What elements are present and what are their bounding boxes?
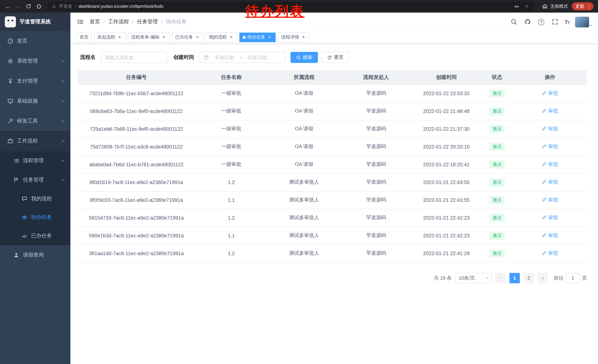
font-size-icon[interactable]: TT [565,19,569,25]
cell-action: 审批 [513,102,587,120]
tabs-bar: 首页 发起流程 × 流程表单-编辑 × 已办任务 × 我的流程 × [70,31,598,44]
avatar[interactable] [575,16,589,27]
reset-button[interactable]: 重置 [322,52,349,63]
start-date-input[interactable] [211,55,238,60]
refresh-icon[interactable] [24,1,33,11]
breadcrumb-current: 待办任务 [166,18,187,25]
close-icon[interactable]: × [229,35,234,40]
menu-label: 工作流程 [17,138,38,145]
sidebar-collapse-icon[interactable] [76,18,84,26]
cell-status: 激活 [481,209,513,226]
end-date-input[interactable] [244,55,271,60]
breadcrumb: 首页 / 工作流程 / 任务管理 / 待办任务 [90,18,187,25]
tab-form-edit[interactable]: 流程表单-编辑 × [128,32,170,42]
update-button[interactable]: 更新 ⋮ [572,2,594,10]
breadcrumb-task-management[interactable]: 任务管理 [137,18,158,25]
date-range-picker[interactable]: - [199,52,285,63]
infra-icon [8,98,13,104]
menu-label: 我的流程 [31,195,52,202]
reset-button-label: 重置 [334,54,343,61]
cell-action: 审批 [513,138,587,155]
approve-link[interactable]: 审批 [542,250,558,257]
menu-label: 首页 [17,38,27,44]
approve-label: 审批 [548,126,558,132]
tab-done-tasks[interactable]: 已办任务 × [172,32,203,42]
status-badge: 激活 [489,231,505,240]
close-icon[interactable]: × [267,35,272,40]
prev-page-button[interactable]: ‹ [495,273,506,283]
flag-icon [13,177,19,183]
close-icon[interactable]: × [117,35,122,40]
goto-page-input[interactable] [566,273,580,283]
home-icon[interactable] [34,1,44,11]
fullscreen-icon[interactable] [551,18,559,26]
double-check-icon [22,233,27,239]
sidebar-item-todo-tasks[interactable]: 待办任务 [0,208,70,226]
sidebar-item-devtools[interactable]: 研发工具 [0,111,70,131]
chevron-down-icon [61,79,65,83]
sidebar-item-my-process[interactable]: 我的流程 [0,190,70,208]
approve-link[interactable]: 审批 [542,179,558,186]
sidebar-item-system[interactable]: 系统管理 [0,51,70,71]
github-icon[interactable] [523,18,532,26]
sidebar-item-process-management[interactable]: 流程管理 [0,151,70,170]
sidebar-item-task-management[interactable]: 任务管理 [0,170,70,190]
breadcrumb-workflow[interactable]: 工作流程 [108,18,129,25]
process-name-input[interactable] [101,52,167,63]
close-icon[interactable]: × [195,35,200,40]
forward-icon[interactable]: → [13,1,23,11]
menu-label: 系统管理 [17,58,38,65]
task-table-body: 73211d9d-7b9b-11ec-b5b7-acde48001122 一级审… [78,84,587,262]
tab-home[interactable]: 首页 [76,32,92,42]
user-menu[interactable]: ▾ [575,16,592,27]
breadcrumb-home[interactable]: 首页 [90,18,100,25]
page-button-2[interactable]: 2 [523,273,534,283]
close-icon[interactable]: × [301,35,306,40]
cell-status: 激活 [481,173,513,191]
status-badge: 激活 [489,178,505,186]
chevron-up-icon [61,139,65,143]
approve-link[interactable]: 审批 [542,126,558,132]
search-icon[interactable] [510,18,518,26]
page-button-1[interactable]: 1 [509,273,520,283]
tab-todo-tasks[interactable]: 待办任务 × [239,32,276,42]
cell-process: OA 请假 [268,84,341,102]
bookmark-star-icon[interactable]: ☆ [523,3,531,10]
cell-created: 2022-01-21 22:42:23 [412,209,481,226]
cell-action: 审批 [513,155,587,173]
sidebar-item-home[interactable]: 首页 [0,31,70,51]
tab-process-detail[interactable]: 流程详情 × [278,32,309,42]
app-logo-row[interactable]: 芋道管理系统 [0,13,70,31]
approve-link[interactable]: 审批 [542,90,558,97]
edit-icon [542,91,547,96]
sidebar-item-infrastructure[interactable]: 基础设施 [0,91,70,111]
table-row: 381aa1dd-7ac8-11ec-a9e2-a2380e71991a 1.2… [78,244,587,262]
table-row: 73211d9d-7b9b-11ec-b5b7-acde48001122 一级审… [78,84,587,102]
tab-start-process[interactable]: 发起流程 × [94,32,126,42]
incognito-icon [542,3,548,9]
col-status: 状态 [481,70,513,84]
approve-link[interactable]: 审批 [542,143,558,150]
help-icon[interactable]: ? [537,18,545,26]
approve-link[interactable]: 审批 [542,197,558,203]
search-button[interactable]: 搜索 [291,52,318,63]
approve-link[interactable]: 审批 [542,161,558,168]
browser-menu-icon[interactable]: ⋮ [587,4,591,9]
sidebar-item-leave-query[interactable]: 请假查询 [0,245,70,265]
approve-link[interactable]: 审批 [542,108,558,114]
cell-action: 审批 [513,209,587,226]
sidebar-item-done-tasks[interactable]: 已办任务 [0,226,70,245]
security-label: 不安全 [59,3,72,9]
col-task-id: 任务编号 [78,70,195,84]
close-icon[interactable]: × [161,35,166,40]
tab-my-process[interactable]: 我的流程 × [206,32,237,42]
back-icon[interactable]: ← [3,1,13,11]
approve-link[interactable]: 审批 [542,232,558,239]
page-size-select[interactable]: 10条/页 ▾ [455,273,492,283]
omnibox-divider [75,4,75,9]
sidebar-item-payment[interactable]: 支付管理 [0,71,70,91]
sidebar-item-workflow[interactable]: 工作流程 [0,131,70,151]
next-page-button[interactable]: › [538,273,548,283]
approve-link[interactable]: 审批 [542,214,558,221]
key-icon[interactable] [513,3,520,10]
